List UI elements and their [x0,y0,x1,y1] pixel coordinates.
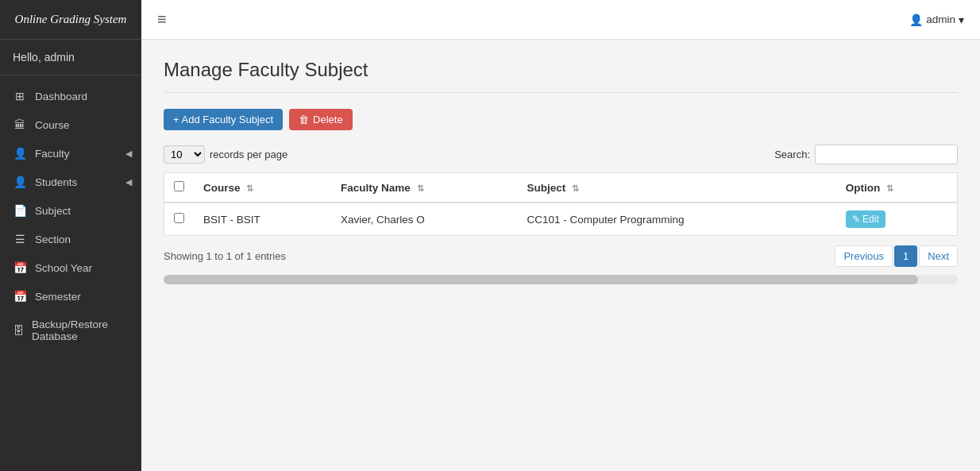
main-content: ≡ 👤 admin ▾ Manage Faculty Subject + Add… [141,0,980,471]
hamburger-button[interactable]: ≡ [157,10,167,29]
edit-button[interactable]: ✎ Edit [846,210,885,228]
subject-icon: 📄 [13,204,27,217]
backup-icon: 🗄 [13,324,24,337]
scrollbar-thumb [164,275,918,284]
faculty-name-cell: Xavier, Charles O [331,203,518,235]
semester-icon: 📅 [13,290,27,303]
faculty-icon: 👤 [13,147,27,160]
sidebar-item-dashboard[interactable]: ⊞ Dashboard [0,82,141,110]
course-header-label: Course [203,182,241,194]
user-dropdown-arrow: ▾ [959,14,964,26]
course-icon: 🏛 [13,118,27,131]
select-all-header [164,173,194,203]
records-per-page: 10 25 50 100 records per page [164,145,287,164]
sidebar-greeting: Hello, admin [0,40,141,75]
sidebar-item-label: Backup/Restore Database [32,319,129,342]
dashboard-icon: ⊞ [13,90,27,102]
topbar: ≡ 👤 admin ▾ [141,0,980,40]
subject-header[interactable]: Subject ⇅ [518,173,836,203]
sort-arrows-icon: ⇅ [886,183,893,193]
chevron-right-icon: ◀ [125,177,132,187]
showing-entries-text: Showing 1 to 1 of 1 entries [164,250,286,262]
course-cell: BSIT - BSIT [194,203,331,235]
pagination-buttons: Previous 1 Next [835,245,958,267]
records-per-page-select[interactable]: 10 25 50 100 [164,145,205,164]
app-logo: Online Grading System [0,0,141,40]
section-icon: ☰ [13,233,27,245]
sidebar-item-faculty[interactable]: 👤 Faculty ◀ [0,139,141,168]
sidebar-item-label: Semester [35,291,81,303]
sidebar-item-section[interactable]: ☰ Section [0,225,141,253]
sidebar-item-label: Dashboard [35,91,87,102]
table-row: BSIT - BSIT Xavier, Charles O CC101 - Co… [164,203,957,235]
sidebar-item-label: Students [35,176,77,188]
trash-icon: 🗑 [299,114,309,125]
delete-label: Delete [313,114,343,125]
option-header-label: Option [846,182,881,194]
faculty-subject-table: Course ⇅ Faculty Name ⇅ Subject ⇅ Opti [164,172,958,236]
sidebar-item-label: Course [35,119,70,131]
option-cell: ✎ Edit [836,203,957,235]
select-all-checkbox[interactable] [174,181,184,191]
sidebar-item-label: Subject [35,205,71,217]
sidebar-item-school-year[interactable]: 📅 School Year [0,253,141,282]
sidebar-item-course[interactable]: 🏛 Course [0,110,141,139]
user-label: admin [926,14,955,25]
search-row: Search: [774,145,958,164]
page-content: Manage Faculty Subject + Add Faculty Sub… [141,40,980,471]
search-label: Search: [774,149,810,160]
sidebar-item-students[interactable]: 👤 Students ◀ [0,168,141,196]
faculty-name-header[interactable]: Faculty Name ⇅ [331,173,518,203]
user-icon: 👤 [909,14,923,26]
page-1-button[interactable]: 1 [894,245,917,267]
page-title: Manage Faculty Subject [164,59,958,93]
sort-arrows-icon: ⇅ [417,183,424,193]
sort-arrows-icon: ⇅ [246,183,253,193]
sidebar-nav: ⊞ Dashboard 🏛 Course 👤 Faculty ◀ 👤 Stude… [0,75,141,471]
search-input[interactable] [815,145,958,164]
user-menu[interactable]: 👤 admin ▾ [909,14,964,26]
subject-header-label: Subject [527,182,566,194]
sidebar-item-semester[interactable]: 📅 Semester [0,282,141,311]
previous-button[interactable]: Previous [835,245,893,267]
records-label: records per page [210,149,287,160]
row-checkbox[interactable] [174,213,184,223]
next-button[interactable]: Next [919,245,958,267]
sidebar-item-label: Faculty [35,148,70,160]
sort-arrows-icon: ⇅ [572,183,579,193]
sidebar: Online Grading System Hello, admin ⊞ Das… [0,0,141,471]
action-bar: + Add Faculty Subject 🗑 Delete [164,109,958,130]
pagination-row: Showing 1 to 1 of 1 entries Previous 1 N… [164,245,958,267]
subject-cell: CC101 - Computer Programming [518,203,836,235]
students-icon: 👤 [13,176,27,188]
sidebar-item-label: School Year [35,262,92,274]
faculty-name-header-label: Faculty Name [341,182,411,194]
controls-row: 10 25 50 100 records per page Search: [164,145,958,164]
sidebar-item-backup[interactable]: 🗄 Backup/Restore Database [0,311,141,350]
school-year-icon: 📅 [13,261,27,274]
course-header[interactable]: Course ⇅ [194,173,331,203]
sidebar-item-subject[interactable]: 📄 Subject [0,196,141,225]
option-header[interactable]: Option ⇅ [836,173,957,203]
row-checkbox-cell [164,203,194,235]
delete-button[interactable]: 🗑 Delete [289,109,353,130]
add-faculty-subject-button[interactable]: + Add Faculty Subject [164,109,283,130]
chevron-right-icon: ◀ [125,149,132,159]
horizontal-scrollbar[interactable] [164,275,958,284]
sidebar-item-label: Section [35,234,71,245]
